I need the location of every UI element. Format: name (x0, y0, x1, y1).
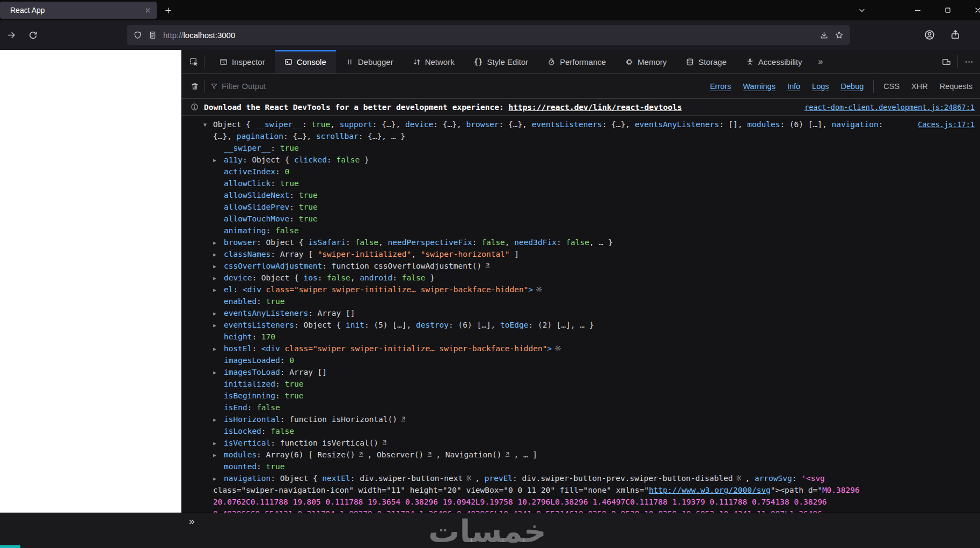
inspect-node-icon[interactable] (536, 286, 543, 293)
console-token: true (299, 203, 318, 211)
inspect-node-icon[interactable] (554, 345, 561, 352)
main-area: InspectorConsoleDebuggerNetwork{}Style E… (0, 50, 980, 513)
close-window-button[interactable] (974, 6, 980, 14)
filter-requests[interactable]: Requests (940, 82, 972, 91)
url-bar[interactable]: http://localhost:3000 (127, 25, 850, 45)
twisty-closed-icon[interactable]: ▶ (213, 414, 224, 425)
twisty-closed-icon[interactable]: ▶ (213, 438, 224, 449)
jump-to-definition-icon[interactable] (400, 416, 407, 423)
bookmark-star-icon[interactable] (835, 31, 844, 40)
tab-bar: React App (0, 0, 980, 20)
twisty-closed-icon[interactable]: ▶ (213, 343, 224, 354)
tracking-protection-icon[interactable] (133, 31, 142, 40)
pick-element-button[interactable] (189, 57, 199, 66)
twisty-closed-icon[interactable]: ▶ (213, 261, 224, 272)
console-link[interactable]: http://www.w3.org/2000/svg (649, 486, 771, 494)
tab-label: Accessibility (758, 57, 802, 66)
console-source-link[interactable]: Caces.js:17:1 (913, 119, 980, 130)
console-key: eventsAnyListeners (635, 120, 719, 129)
twisty-closed-icon[interactable]: ▶ (213, 249, 224, 260)
log-level-filters: ErrorsWarningsInfoLogsDebug (710, 82, 864, 91)
console-token: {…}, (213, 132, 237, 140)
console-token: : Object { (243, 155, 294, 164)
tab-style-editor[interactable]: {}Style Editor (464, 50, 538, 73)
console-token: : (275, 380, 284, 388)
save-page-icon[interactable] (820, 31, 829, 40)
console-token: : {…}, … } (359, 132, 405, 140)
console-key: isSafari (308, 238, 346, 247)
twisty-closed-icon[interactable]: ▶ (213, 237, 224, 248)
tab-overflow[interactable]: » (812, 50, 830, 73)
minimize-button[interactable] (913, 6, 922, 14)
clear-console-button[interactable] (191, 82, 199, 91)
list-all-tabs-button[interactable] (858, 6, 866, 14)
reload-button[interactable] (28, 30, 38, 40)
notice-message: Download the React DevTools for a better… (204, 103, 508, 112)
forward-button[interactable] (6, 30, 17, 40)
console-token: , (411, 250, 420, 258)
console-row-content: {…}, pagination: {…}, scrollbar: {…}, … … (213, 130, 980, 142)
maximize-button[interactable] (944, 6, 952, 14)
share-button[interactable] (950, 29, 961, 40)
console-row-content: mounted: true (213, 461, 980, 472)
notice-source-link[interactable]: react-dom-client.development.js:24867:1 (805, 103, 980, 112)
filter-debug[interactable]: Debug (841, 82, 864, 91)
jump-to-definition-icon[interactable] (426, 451, 433, 458)
console-token: false (566, 238, 589, 247)
filter-warnings[interactable]: Warnings (743, 82, 776, 91)
console-row-content: ▶browser: Object { isSafari: false, need… (213, 236, 980, 248)
filter-output-input[interactable]: Filter Output (222, 82, 266, 91)
console-token: true (299, 191, 318, 199)
tab-network[interactable]: Network (403, 50, 464, 73)
twisty-closed-icon[interactable]: ▶ (213, 367, 224, 378)
console-key: eventsListeners (224, 321, 294, 329)
expand-console-button[interactable]: » (189, 515, 194, 527)
console-key: allowSlidePrev (224, 203, 289, 211)
console-info-row: Download the React DevTools for a better… (182, 99, 980, 116)
twisty-closed-icon[interactable]: ▶ (213, 154, 224, 166)
console-token: : {…}, (433, 120, 466, 129)
devtools-menu-button[interactable] (964, 57, 974, 66)
twisty-closed-icon[interactable]: ▶ (213, 449, 224, 461)
console-key: allowClick (224, 179, 270, 188)
jump-to-definition-icon[interactable] (357, 451, 364, 458)
site-info-icon[interactable] (148, 31, 157, 40)
tab-close-icon[interactable] (144, 7, 151, 14)
tab-inspector[interactable]: Inspector (210, 50, 275, 73)
new-tab-button[interactable] (164, 6, 172, 14)
twisty-open-icon[interactable]: ▼ (203, 119, 213, 130)
twisty-closed-icon[interactable]: ▶ (213, 473, 224, 484)
filter-info[interactable]: Info (787, 82, 800, 91)
twisty-closed-icon[interactable]: ▶ (213, 320, 224, 331)
watermark: خمسات (380, 513, 595, 548)
tab-console[interactable]: Console (275, 50, 336, 73)
jump-to-definition-icon[interactable] (484, 262, 491, 269)
responsive-design-button[interactable] (942, 57, 951, 66)
inspect-node-icon[interactable] (465, 475, 472, 482)
tab-memory[interactable]: Memory (616, 50, 676, 73)
tab-accessibility[interactable]: Accessibility (736, 50, 812, 73)
notice-link[interactable]: https://react.dev/link/react-devtools (508, 103, 682, 112)
console-token: : (346, 238, 355, 247)
browser-tab-react-app[interactable]: React App (0, 2, 157, 19)
filter-errors[interactable]: Errors (710, 82, 731, 91)
inspect-node-icon[interactable] (735, 475, 742, 482)
console-token: : Array [] (280, 368, 327, 376)
console-key: browser (224, 238, 257, 247)
jump-to-definition-icon[interactable] (381, 439, 388, 446)
jump-to-definition-icon[interactable] (504, 451, 511, 458)
tab-debugger[interactable]: Debugger (336, 50, 403, 73)
console-token: <div (261, 344, 280, 353)
tab-storage[interactable]: Storage (676, 50, 736, 73)
filter-xhr[interactable]: XHR (911, 82, 928, 91)
twisty-closed-icon[interactable]: ▶ (213, 284, 224, 295)
devtools-panel: InspectorConsoleDebuggerNetwork{}Style E… (181, 50, 980, 513)
twisty-closed-icon[interactable]: ▶ (213, 272, 224, 284)
filter-css[interactable]: CSS (883, 82, 899, 91)
console-token: } (425, 273, 434, 282)
console-row-content: allowSlidePrev: true (213, 201, 980, 213)
filter-logs[interactable]: Logs (812, 82, 829, 91)
tab-performance[interactable]: Performance (538, 50, 616, 73)
twisty-closed-icon[interactable]: ▶ (213, 308, 224, 319)
account-button[interactable] (924, 29, 935, 40)
